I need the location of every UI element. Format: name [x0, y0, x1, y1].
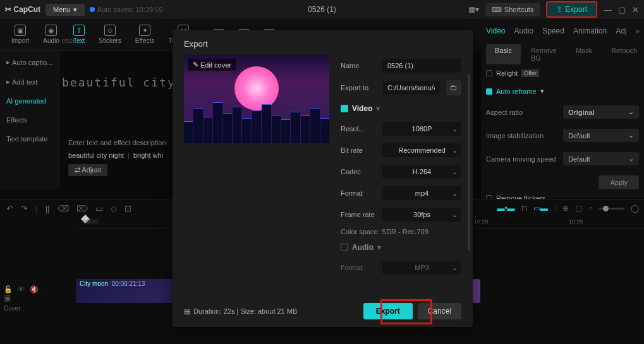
prompt-tag: beautiful city night	[68, 151, 124, 159]
cover-preview: ✎ Edit cover	[184, 55, 329, 143]
audio-section-toggle[interactable]: Audio ▾	[341, 238, 461, 257]
visible-icon[interactable]: 👁	[18, 285, 25, 294]
zoom-in-icon[interactable]: ◯	[631, 204, 639, 213]
video-section-toggle[interactable]: Video ▾	[341, 99, 461, 118]
effects-icon: ✦	[139, 25, 150, 36]
skyline-graphic	[184, 99, 329, 143]
redo-icon[interactable]: ↷	[21, 204, 28, 213]
duration-info: ▤Duration: 22s | Size: about 21 MB	[184, 307, 297, 316]
tab-animation[interactable]: Animation	[573, 27, 607, 35]
subtab-basic[interactable]: Basic	[486, 44, 521, 64]
tool-import[interactable]: ▣Import	[5, 22, 35, 47]
lock-icon[interactable]: 🔓	[4, 285, 13, 294]
zoom-out-icon[interactable]: ○	[588, 204, 593, 213]
format-label: Format	[341, 189, 376, 197]
inspector-panel: Video Audio Speed Animation Adj » Basic …	[481, 21, 644, 198]
mirror-icon[interactable]: ◇	[111, 204, 117, 213]
undo-icon[interactable]: ↶	[6, 204, 13, 213]
shortcuts-button[interactable]: ⌨ Shortcuts	[485, 3, 540, 16]
audio-format-label: Format	[341, 264, 376, 271]
text-sidebar: ▸ Auto captio... ▸ Add text AI generated…	[0, 50, 60, 189]
split-icon[interactable]: ][	[45, 204, 49, 213]
checkbox-on-icon	[486, 88, 492, 95]
timecode: 10:25	[569, 218, 583, 225]
camera-speed-select[interactable]: Default ⌄	[563, 152, 639, 165]
prompt-area: Enter text and effect description beauti…	[68, 139, 173, 176]
link-icon[interactable]: ▭▬	[533, 204, 548, 213]
audio-format-select: MP3	[382, 261, 461, 275]
cover-label: Cover	[4, 305, 69, 312]
app-logo: ✂ CapCut	[5, 5, 40, 14]
timecode: 10:20	[474, 218, 489, 225]
sidebar-add-text[interactable]: ▸ Add text	[3, 73, 58, 91]
subtab-mask[interactable]: Mask	[567, 44, 601, 64]
timeline-sidebar: 🔓 👁 🔇 ▣ Cover	[0, 237, 73, 316]
sidebar-text-template[interactable]: Text template	[3, 130, 58, 148]
autoreframe-toggle[interactable]: Auto reframe ▾	[486, 87, 544, 95]
name-label: Name	[341, 62, 376, 69]
apply-button[interactable]: Apply	[598, 175, 639, 189]
export-icon: ⇪	[556, 5, 562, 14]
text-icon: T	[73, 25, 85, 36]
audio-icon: ◉	[46, 25, 57, 36]
stickers-icon: ☺	[104, 25, 116, 36]
framerate-select[interactable]: 30fps	[382, 208, 461, 222]
tab-speed[interactable]: Speed	[542, 27, 564, 35]
subtab-retouch[interactable]: Retouch	[602, 44, 644, 64]
folder-button[interactable]: 🗀	[446, 80, 461, 95]
sidebar-effects[interactable]: Effects	[3, 111, 58, 129]
maximize-icon[interactable]: ▢	[618, 5, 626, 15]
sidebar-auto-captions[interactable]: ▸ Auto captio...	[3, 53, 58, 71]
checkbox-icon	[486, 70, 492, 76]
checkbox-off-icon	[341, 244, 348, 251]
codec-label: Codec	[341, 168, 376, 175]
exportto-input[interactable]	[382, 81, 440, 95]
titlebar: ✂ CapCut Menu ▾ Auto saved: 10:39:59 052…	[0, 0, 644, 19]
codec-select[interactable]: H.264	[382, 165, 461, 179]
marker-icon[interactable]: ▬•▬	[497, 204, 514, 213]
close-icon[interactable]: ✕	[632, 5, 639, 15]
export-confirm-button[interactable]: Export	[363, 303, 413, 319]
crop-icon[interactable]: ⊡	[125, 204, 131, 213]
monitor-icon[interactable]: ▢	[575, 204, 582, 213]
image-stabilization-label: Image stabilization	[486, 132, 544, 139]
exportto-label: Export to	[341, 84, 376, 92]
timecode: 00:00	[83, 218, 98, 225]
adjust-button[interactable]: ⇄ Adjust	[68, 164, 107, 176]
edit-cover-button[interactable]: ✎ Edit cover	[188, 59, 236, 71]
magnet-icon[interactable]: ⊓	[521, 204, 527, 213]
autosave-dot-icon	[90, 7, 95, 12]
delete-left-icon[interactable]: ⌫	[58, 204, 69, 213]
tab-video[interactable]: Video	[486, 27, 505, 35]
scrollbar[interactable]	[468, 74, 470, 251]
cover-icon[interactable]: ▣	[4, 294, 11, 302]
tab-audio[interactable]: Audio	[514, 27, 533, 35]
name-input[interactable]	[382, 59, 461, 73]
preview-icon[interactable]: ⊕	[562, 204, 569, 213]
delete-icon[interactable]: ▭	[95, 204, 103, 213]
export-button-top[interactable]: ⇪ Export	[546, 1, 597, 18]
autosave-status: Auto saved: 10:39:59	[90, 6, 163, 13]
cancel-button[interactable]: Cancel	[418, 303, 461, 319]
delete-right-icon[interactable]: ⌦	[76, 204, 88, 213]
checkbox-on-icon	[341, 105, 348, 112]
subtab-removebg[interactable]: Remove BG	[522, 44, 566, 64]
minimize-icon[interactable]: —	[604, 5, 612, 15]
menu-button[interactable]: Menu ▾	[46, 4, 85, 16]
aspect-ratio-label: Aspect ratio	[486, 109, 523, 116]
zoom-slider[interactable]	[599, 208, 624, 210]
image-stabilization-select[interactable]: Default ⌄	[563, 129, 639, 142]
prompt-tag: bright whi	[133, 151, 163, 159]
relight-toggle[interactable]: Relight Offer	[486, 69, 539, 77]
folder-icon: 🗀	[450, 83, 458, 92]
resolution-select[interactable]: 1080P	[382, 122, 461, 136]
mute-icon[interactable]: 🔇	[30, 285, 39, 294]
bitrate-select[interactable]: Recommended	[382, 143, 461, 157]
layout-icon[interactable]: ▦▾	[468, 5, 479, 14]
tab-adjustment[interactable]: Adj	[616, 27, 626, 35]
resolution-label: Resol...	[341, 125, 376, 133]
aspect-ratio-select[interactable]: Original ⌄	[563, 105, 639, 119]
format-select[interactable]: mp4	[382, 186, 461, 200]
modal-title: Export	[184, 39, 461, 49]
sidebar-ai-generated[interactable]: AI generated	[3, 92, 58, 110]
